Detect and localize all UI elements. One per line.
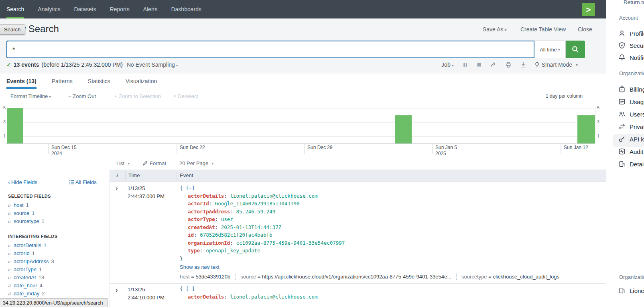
json-key[interactable]: actorDetails (188, 193, 230, 199)
json-key[interactable]: type (188, 248, 206, 254)
field-value: 53de4339120b (195, 274, 230, 280)
field-row[interactable]: acreatedAt13 (8, 274, 44, 281)
time-range-picker[interactable]: All time▾ (534, 41, 566, 58)
json-key[interactable]: actorType (188, 216, 221, 222)
tab-events[interactable]: Events (13) (6, 74, 37, 89)
print-icon[interactable] (506, 62, 512, 68)
create-table-view-button[interactable]: Create Table View (520, 26, 566, 33)
event-date: 1/13/25 (128, 184, 165, 192)
host-field[interactable]: host = 53de4339120b (180, 274, 230, 280)
timeline-bar[interactable] (7, 108, 23, 143)
menu-item-audit[interactable]: Audit (618, 147, 643, 156)
field-row[interactable]: aactorDetails1 (8, 242, 47, 249)
share-icon[interactable] (490, 62, 497, 68)
zoom-out-button[interactable]: − Zoom Out (68, 93, 96, 99)
json-value[interactable]: Google_114602629918513043390 (215, 201, 300, 207)
field-row[interactable]: aactorId1 (8, 250, 35, 257)
field-row[interactable]: aactorIpAddress3 (8, 258, 54, 265)
per-page-dropdown[interactable]: 20 Per Page▾ (179, 160, 213, 166)
menu-item-usage[interactable]: Usage (618, 97, 644, 106)
timeline-bar[interactable] (577, 115, 595, 143)
tab-statistics[interactable]: Statistics (88, 74, 110, 89)
json-value[interactable]: cc1092aa-8775-459e-9401-33e54ec07997 (236, 240, 345, 246)
timeline-bar[interactable] (395, 115, 412, 143)
x-axis-line (6, 143, 595, 144)
menu-item-users[interactable]: Users (618, 109, 644, 119)
json-value[interactable]: 85.246.59.249 (236, 209, 275, 215)
field-count: 3 (51, 258, 54, 264)
json-key[interactable]: actorDetails (188, 294, 230, 300)
equals: = (488, 274, 492, 280)
return-link[interactable]: Return to (624, 0, 644, 5)
nav-item-search[interactable]: Search (6, 0, 24, 18)
json-key[interactable]: createdAt (188, 224, 221, 230)
json-value[interactable]: openapi_key_update (206, 248, 260, 254)
field-type: # (8, 282, 14, 289)
stop-icon[interactable] (477, 62, 481, 67)
expand-event-icon[interactable]: › (116, 287, 118, 293)
menu-item-security[interactable]: Security (618, 41, 644, 50)
json-collapse-toggle[interactable]: [-] (186, 185, 195, 191)
menu-item-api-keys[interactable]: API keys (618, 134, 644, 144)
x-tick-year: 2025 (435, 151, 457, 157)
json-key[interactable]: organizationId (188, 240, 236, 246)
json-key[interactable]: actorId (188, 201, 215, 207)
save-as-button[interactable]: Save As▾ (483, 26, 506, 33)
field-row[interactable]: asource1 (8, 210, 35, 217)
field-row[interactable]: ahost1 (8, 202, 29, 209)
x-tick-label: Sun Dec 22 (180, 145, 205, 151)
list-view-dropdown[interactable]: List▾ (116, 160, 130, 166)
pause-icon[interactable] (463, 62, 468, 68)
job-dropdown[interactable]: Job▾ (441, 61, 454, 68)
field-row[interactable]: #date_hour4 (8, 282, 43, 289)
field-count: 1 (42, 218, 45, 224)
search-input[interactable] (6, 41, 534, 58)
event-timestamp: 2:44:10.000 PM (128, 294, 165, 302)
json-value[interactable]: lionel.palacin@clickhouse.com (230, 193, 317, 199)
field-type: a (8, 210, 14, 217)
json-value[interactable]: lionel.palacin@clickhouse.com (230, 294, 317, 300)
source-field[interactable]: source = https://api.clickhouse.cloud/v1… (235, 274, 451, 280)
json-value[interactable]: 678526d582c1f20fac4babfb (200, 232, 272, 238)
show-raw-text-link[interactable]: Show as raw text (180, 264, 219, 270)
menu-item-profile[interactable]: Profile (618, 29, 644, 38)
nav-item-dashboards[interactable]: Dashboards (171, 0, 201, 18)
menu-item-details[interactable]: Details (618, 159, 644, 169)
nav-item-reports[interactable]: Reports (110, 0, 130, 18)
smart-mode-dropdown[interactable]: Smart Mode▾ (535, 61, 578, 68)
hide-fields-label: Hide Fields (11, 179, 37, 185)
json-key[interactable]: id (188, 232, 200, 238)
close-button[interactable]: Close (578, 26, 592, 33)
field-row[interactable]: a1sourcetype1 (8, 218, 45, 225)
search-button[interactable] (566, 41, 585, 58)
menu-item-billing[interactable]: Billing (618, 84, 644, 94)
format-button[interactable]: Format (142, 160, 166, 166)
field-name: createdAt (14, 274, 36, 280)
nav-item-analytics[interactable]: Analytics (38, 0, 60, 18)
nav-item-datasets[interactable]: Datasets (74, 0, 96, 18)
sourcetype-field[interactable]: sourcetype = clickhouse_cloud_audit_logs (456, 274, 559, 280)
format-timeline-dropdown[interactable]: Format Timeline▾ (10, 93, 51, 99)
export-icon[interactable] (520, 62, 526, 68)
tab-visualization[interactable]: Visualization (126, 74, 157, 89)
json-key[interactable]: actorIpAddress (188, 209, 236, 215)
json-value[interactable]: 2025-01-13T14:44:37Z (221, 224, 282, 230)
json-pair: createdAt2025-01-13T14:44:37Z (180, 224, 281, 230)
menu-item-private[interactable]: Private (618, 122, 644, 131)
json-value[interactable]: user (221, 216, 233, 222)
menu-item-organization-lionel[interactable]: Lionel (618, 286, 644, 295)
chevron-down-icon: ▾ (452, 63, 454, 68)
splunk-logo-icon[interactable]: > (582, 3, 595, 16)
event-sampling-dropdown[interactable]: No Event Sampling▾ (127, 61, 178, 68)
nav-item-alerts[interactable]: Alerts (143, 0, 158, 18)
menu-item-notifications[interactable]: Notifications (618, 53, 644, 62)
hide-fields-link[interactable]: ‹ Hide Fields (8, 179, 37, 185)
field-row[interactable]: #date_mday2 (8, 291, 45, 297)
menu-item-label: Billing (630, 86, 644, 93)
timeline-plot: 5 3 1 5 3 1 Sun Dec 152024 Sun Dec 22 Su… (0, 104, 606, 157)
expand-event-icon[interactable]: › (116, 186, 118, 191)
tab-patterns[interactable]: Patterns (52, 74, 73, 89)
json-collapse-toggle[interactable]: [-] (186, 286, 195, 292)
field-row[interactable]: aactorType1 (8, 266, 42, 273)
all-fields-link[interactable]: All Fields (69, 179, 97, 185)
